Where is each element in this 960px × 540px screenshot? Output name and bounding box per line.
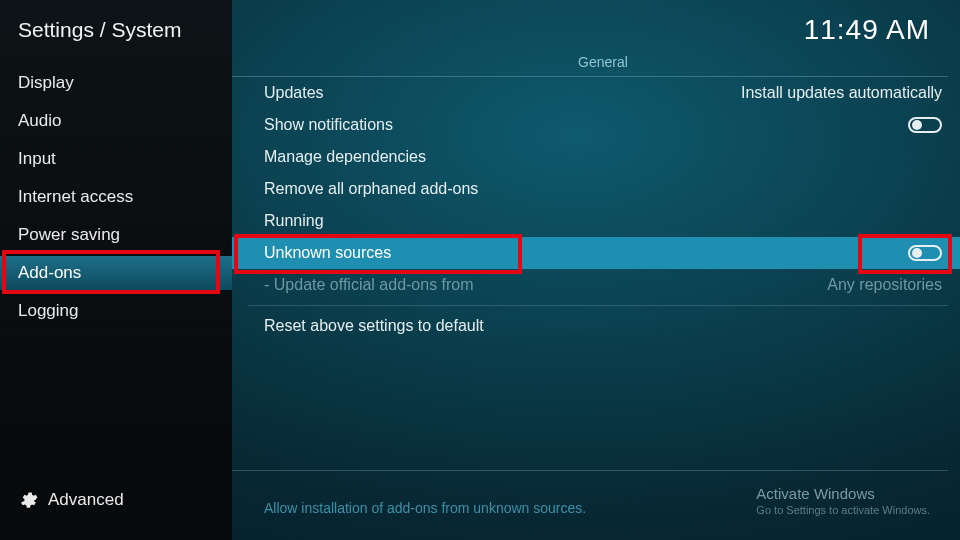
sidebar-item-display[interactable]: Display — [0, 66, 232, 100]
watermark-subtitle: Go to Settings to activate Windows. — [756, 504, 930, 516]
gear-icon — [18, 490, 38, 510]
setting-row-reset-defaults[interactable]: Reset above settings to default — [232, 310, 960, 342]
sidebar-item-input[interactable]: Input — [0, 142, 232, 176]
setting-value: Install updates automatically — [741, 84, 942, 102]
setting-label: Manage dependencies — [264, 148, 426, 166]
setting-value: Any repositories — [827, 276, 942, 294]
setting-row-update-official-from: Update official add-ons from Any reposit… — [232, 269, 960, 301]
sidebar-item-power-saving[interactable]: Power saving — [0, 218, 232, 252]
settings-content: General Updates Install updates automati… — [232, 54, 960, 470]
setting-label: Reset above settings to default — [264, 317, 484, 335]
setting-row-remove-orphaned[interactable]: Remove all orphaned add-ons — [232, 173, 960, 205]
setting-label: Unknown sources — [264, 244, 391, 262]
sidebar-level-toggle[interactable]: Advanced — [0, 474, 232, 540]
settings-main: 11:49 AM General Updates Install updates… — [232, 0, 960, 540]
sidebar-item-internet-access[interactable]: Internet access — [0, 180, 232, 214]
setting-label: Show notifications — [264, 116, 393, 134]
setting-row-manage-dependencies[interactable]: Manage dependencies — [232, 141, 960, 173]
setting-row-unknown-sources[interactable]: Unknown sources — [232, 237, 960, 269]
setting-label: Remove all orphaned add-ons — [264, 180, 478, 198]
setting-row-running[interactable]: Running — [232, 205, 960, 237]
divider — [248, 305, 948, 306]
sidebar-item-audio[interactable]: Audio — [0, 104, 232, 138]
sidebar-item-logging[interactable]: Logging — [0, 294, 232, 328]
section-title-general: General — [260, 54, 946, 76]
setting-label: Update official add-ons from — [264, 276, 474, 294]
sidebar-items: Display Audio Input Internet access Powe… — [0, 66, 232, 474]
setting-label: Running — [264, 212, 324, 230]
settings-sidebar: Settings / System Display Audio Input In… — [0, 0, 232, 540]
sidebar-level-label: Advanced — [48, 490, 124, 510]
setting-hint: Allow installation of add-ons from unkno… — [264, 500, 586, 516]
toggle-switch-unknown-sources[interactable] — [908, 245, 942, 261]
app-root: Settings / System Display Audio Input In… — [0, 0, 960, 540]
setting-row-show-notifications[interactable]: Show notifications — [232, 109, 960, 141]
sidebar-item-add-ons[interactable]: Add-ons — [0, 256, 232, 290]
setting-row-updates[interactable]: Updates Install updates automatically — [232, 77, 960, 109]
watermark-title: Activate Windows — [756, 485, 930, 502]
settings-footer: Allow installation of add-ons from unkno… — [232, 470, 948, 540]
breadcrumb: Settings / System — [0, 0, 232, 66]
windows-watermark: Activate Windows Go to Settings to activ… — [756, 485, 930, 516]
toggle-switch[interactable] — [908, 117, 942, 133]
clock: 11:49 AM — [804, 14, 930, 46]
setting-label: Updates — [264, 84, 324, 102]
